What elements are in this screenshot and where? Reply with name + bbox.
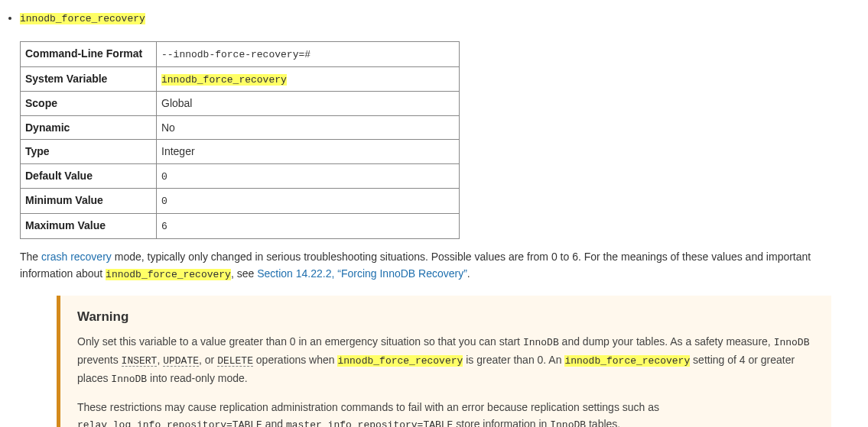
heading-var-link[interactable]: innodb_force_recovery <box>20 11 145 24</box>
table-row: ScopeGlobal <box>21 92 460 115</box>
table-row-label: Scope <box>21 92 157 115</box>
properties-table: Command-Line Format--innodb-force-recove… <box>20 41 460 239</box>
table-row: Command-Line Format--innodb-force-recove… <box>21 41 460 66</box>
warning-box: Warning Only set this variable to a valu… <box>57 296 831 427</box>
table-row-label: Dynamic <box>21 115 157 139</box>
relay-log-link[interactable]: relay_log_info_repository=TABLE <box>77 418 262 427</box>
section-link[interactable]: Section 14.22.2, “Forcing InnoDB Recover… <box>257 267 467 280</box>
force-recovery-warn-link-1[interactable]: innodb_force_recovery <box>337 354 463 367</box>
table-row: Maximum Value6 <box>21 214 460 239</box>
table-row: Minimum Value0 <box>21 189 460 214</box>
table-row-label: Minimum Value <box>21 189 157 214</box>
warning-title: Warning <box>77 306 814 327</box>
table-row-value: innodb_force_recovery <box>157 66 460 92</box>
table-row: System Variableinnodb_force_recovery <box>21 66 460 92</box>
warning-paragraph-2: These restrictions may cause replication… <box>77 399 814 427</box>
table-row-value: 0 <box>157 189 460 214</box>
description-paragraph: The crash recovery mode, typically only … <box>20 248 868 283</box>
table-row-label: Default Value <box>21 163 157 189</box>
force-recovery-warn-link-2[interactable]: innodb_force_recovery <box>564 354 690 367</box>
table-row-value: Integer <box>157 140 460 163</box>
table-row-value: No <box>157 115 460 139</box>
table-row-value: 0 <box>157 163 460 189</box>
table-row-label: Command-Line Format <box>21 41 157 66</box>
delete-link[interactable]: DELETE <box>217 354 253 367</box>
table-row: DynamicNo <box>21 115 460 139</box>
table-row: TypeInteger <box>21 140 460 163</box>
table-system-variable-link[interactable]: innodb_force_recovery <box>161 73 287 86</box>
table-row-value: Global <box>157 92 460 115</box>
update-link[interactable]: UPDATE <box>163 354 199 367</box>
table-row-label: Type <box>21 140 157 163</box>
table-row-value: 6 <box>157 214 460 239</box>
crash-recovery-link[interactable]: crash recovery <box>41 251 112 263</box>
warning-paragraph-1: Only set this variable to a value greate… <box>77 333 814 387</box>
master-info-link[interactable]: master_info_repository=TABLE <box>286 418 453 427</box>
table-row-label: System Variable <box>21 66 157 92</box>
table-row-value: --innodb-force-recovery=# <box>157 41 460 66</box>
table-row-label: Maximum Value <box>21 214 157 239</box>
table-row: Default Value0 <box>21 163 460 189</box>
insert-link[interactable]: INSERT <box>122 354 158 367</box>
force-recovery-inline-link[interactable]: innodb_force_recovery <box>106 267 231 280</box>
